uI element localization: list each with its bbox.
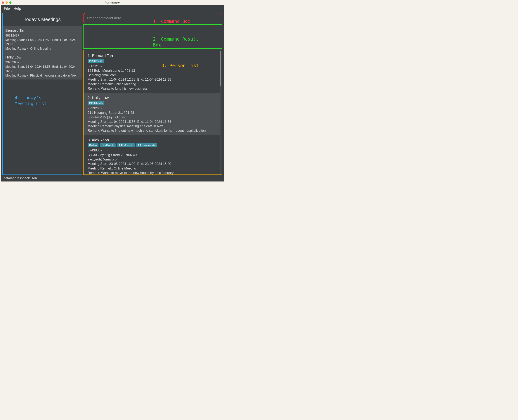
person-tags: PRUHealth	[88, 101, 215, 105]
todays-meetings-title: Today's Meetings	[3, 13, 82, 26]
meeting-time: Meeting Start: 11-04-2024 12:58; End: 11…	[5, 38, 79, 47]
meeting-card[interactable]: Holly Low93232689Meeting Start: 11-04-20…	[3, 53, 82, 80]
tag: LimFamily	[100, 143, 115, 147]
meeting-name: Holly Low	[5, 55, 79, 60]
person-card[interactable]: 3. Alex YeohFatherLimFamilyPRUGrowthPRUt…	[83, 135, 220, 174]
person-meeting-remark: Meeting Remark: Physical meeting at a ca…	[88, 124, 215, 128]
tag: PRUGrowth	[117, 143, 135, 147]
person-header: 1. Bernard Tan	[88, 53, 215, 58]
scrollbar-thumb[interactable]	[220, 51, 221, 86]
meeting-card[interactable]: Bernard Tan88812457Meeting Start: 11-04-…	[3, 26, 82, 53]
app-frame: File Help Today's Meetings Bernard Tan88…	[1, 5, 224, 181]
menu-file[interactable]: File	[4, 7, 10, 11]
menubar: File Help	[1, 5, 224, 12]
meeting-phone: 88812457	[5, 33, 79, 38]
person-remark: Remark: Wants to find out how much she c…	[88, 128, 215, 133]
command-box	[83, 13, 222, 23]
person-address: Blk 30 Geylang Street 29, #06-40	[88, 153, 215, 157]
person-card[interactable]: 2. Holly LowPRUHealth93232689211 Hougang…	[83, 93, 220, 135]
person-list-panel: 1. Bernard TanPRUInsure88812457124 Bukit…	[83, 50, 222, 175]
meeting-time: Meeting Start: 11-04-2024 15:58; End: 11…	[5, 65, 79, 73]
person-email: BerTan@gmail.com	[88, 73, 215, 77]
meeting-remark: Meeting Remark: Online Meeting	[5, 46, 79, 51]
person-address: 211 Hougang Street 21, #01-28	[88, 111, 215, 115]
person-meeting-remark: Meeting Remark: Online Meeting	[88, 82, 215, 86]
person-meeting-remark: Meeting Remark: Online Meeting	[88, 166, 215, 171]
person-meeting-time: Meeting Start: 11-04-2024 12:58; End: 11…	[88, 77, 215, 82]
person-email: LowHolly122@gmail.com	[88, 115, 215, 120]
person-email: alexyeoh@gmail.com	[88, 157, 215, 162]
person-card[interactable]: 1. Bernard TanPRUInsure88812457124 Bukit…	[83, 51, 220, 93]
tag: PRUtravelsafe	[136, 143, 157, 147]
search-icon: 🔍	[105, 1, 108, 4]
person-tags: PRUInsure	[88, 59, 215, 63]
person-phone: 88812457	[88, 64, 215, 68]
person-address: 124 Bukit Merah Lane 1, #01-13	[88, 68, 215, 73]
person-header: 3. Alex Yeoh	[88, 137, 215, 142]
window-title-text: FINDvisor	[108, 1, 120, 4]
person-header: 2. Holly Low	[88, 95, 215, 100]
person-phone: 93232689	[88, 106, 215, 111]
person-tags: FatherLimFamilyPRUGrowthPRUtravelsafe	[88, 143, 215, 147]
meeting-phone: 93232689	[5, 60, 79, 65]
person-meeting-time: Meeting Start: 11-04-2024 15:58; End: 11…	[88, 120, 215, 124]
minimize-icon[interactable]	[6, 1, 8, 4]
command-result-box	[83, 24, 222, 49]
meeting-list: Bernard Tan88812457Meeting Start: 11-04-…	[3, 26, 82, 80]
menu-help[interactable]: Help	[14, 7, 21, 11]
close-icon[interactable]	[2, 1, 4, 4]
person-phone: 87438807	[88, 148, 215, 153]
titlebar: 🔍 FINDvisor	[0, 0, 225, 5]
tag: PRUHealth	[88, 101, 104, 105]
scrollbar[interactable]	[220, 51, 222, 174]
person-remark: Remark: Wants to fund his new business	[88, 86, 215, 91]
command-input[interactable]	[83, 13, 222, 23]
meeting-remark: Meeting Remark: Physical meeting at a ca…	[5, 73, 79, 78]
todays-meeting-panel: Today's Meetings Bernard Tan88812457Meet…	[2, 13, 82, 175]
person-list: 1. Bernard TanPRUInsure88812457124 Bukit…	[83, 51, 220, 174]
meeting-name: Bernard Tan	[5, 28, 79, 33]
window-title: 🔍 FINDvisor	[0, 1, 225, 4]
status-bar: ./data/addressbook.json	[1, 176, 224, 181]
tag: PRUInsure	[88, 59, 104, 63]
status-path: ./data/addressbook.json	[2, 176, 37, 180]
person-meeting-time: Meeting Start: 23-05-2024 16:00; End: 23…	[88, 162, 215, 166]
person-remark: Remark: Wants to move to the new house b…	[88, 171, 215, 174]
maximize-icon[interactable]	[9, 1, 11, 4]
tag: Father	[88, 143, 98, 147]
